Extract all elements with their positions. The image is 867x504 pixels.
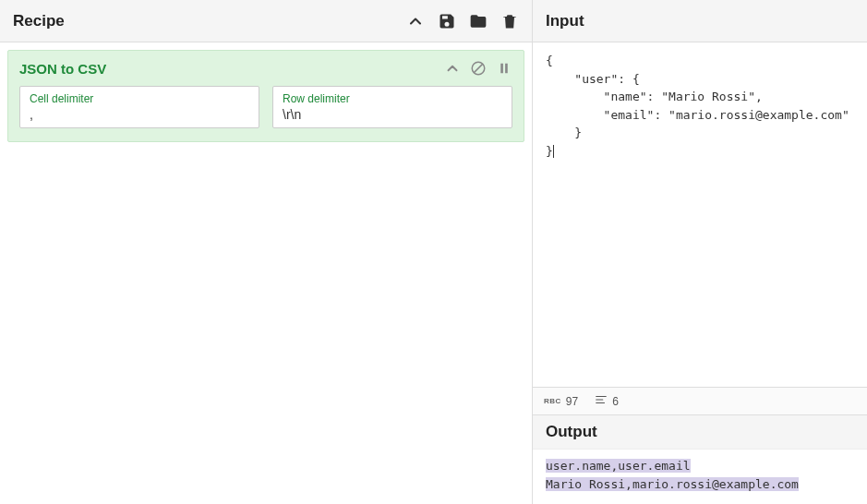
cell-delimiter-label: Cell delimiter xyxy=(30,92,249,105)
output-title: Output xyxy=(546,423,854,441)
recipe-pane: Recipe JSON to CSV xyxy=(0,0,533,504)
collapse-icon[interactable] xyxy=(406,12,425,30)
output-body[interactable]: user.name,user.email Mario Rossi,mario.r… xyxy=(533,450,867,504)
output-header: Output xyxy=(533,415,867,450)
disable-icon[interactable] xyxy=(470,60,487,77)
save-icon[interactable] xyxy=(438,12,456,30)
row-delimiter-field[interactable]: Row delimiter xyxy=(272,86,512,128)
cell-delimiter-field[interactable]: Cell delimiter xyxy=(19,86,259,128)
svg-rect-2 xyxy=(500,64,503,74)
status-chars-value: 97 xyxy=(566,395,578,408)
recipe-header: Recipe xyxy=(0,0,532,42)
output-section: Output user.name,user.email Mario Rossi,… xyxy=(533,415,867,504)
status-chars-label: RBC xyxy=(544,397,561,405)
lines-icon xyxy=(595,393,608,409)
operation-header: JSON to CSV xyxy=(19,60,512,77)
operation-fields: Cell delimiter Row delimiter xyxy=(19,86,512,128)
cell-delimiter-input[interactable] xyxy=(30,107,249,122)
status-lines: 6 xyxy=(595,393,619,409)
output-line-1: user.name,user.email xyxy=(546,459,691,473)
operation-controls xyxy=(444,60,512,77)
input-textarea[interactable]: { "user": { "name": "Mario Rossi", "emai… xyxy=(533,42,867,387)
pause-icon[interactable] xyxy=(496,60,512,77)
recipe-toolbar xyxy=(406,12,519,30)
svg-line-1 xyxy=(474,64,483,73)
io-pane: Input { "user": { "name": "Mario Rossi",… xyxy=(533,0,867,504)
output-line-2: Mario Rossi,mario.rossi@example.com xyxy=(546,477,799,491)
row-delimiter-label: Row delimiter xyxy=(283,92,502,105)
input-text-content: { "user": { "name": "Mario Rossi", "emai… xyxy=(546,54,849,158)
operation-json-to-csv[interactable]: JSON to CSV Cell delimiter Row delimiter xyxy=(7,50,524,142)
trash-icon[interactable] xyxy=(500,12,519,30)
input-title: Input xyxy=(546,12,584,30)
svg-rect-3 xyxy=(505,64,508,74)
chevron-up-icon[interactable] xyxy=(444,60,461,77)
text-cursor xyxy=(553,145,554,158)
recipe-title: Recipe xyxy=(13,12,65,30)
operation-title: JSON to CSV xyxy=(19,61,106,77)
status-chars: RBC 97 xyxy=(544,395,578,408)
input-header: Input xyxy=(533,0,867,42)
folder-icon[interactable] xyxy=(469,12,488,30)
status-lines-value: 6 xyxy=(612,395,619,408)
status-bar: RBC 97 6 xyxy=(533,387,867,415)
row-delimiter-input[interactable] xyxy=(283,107,502,122)
